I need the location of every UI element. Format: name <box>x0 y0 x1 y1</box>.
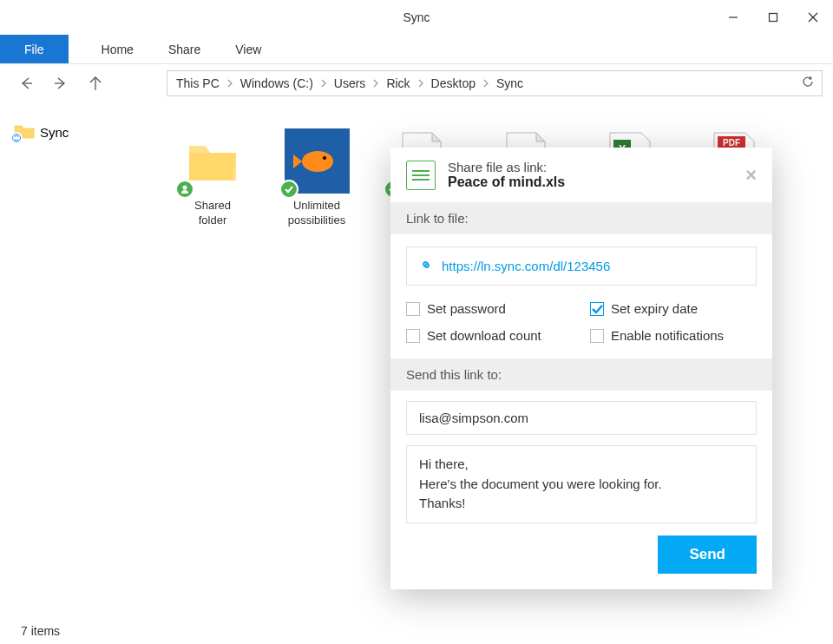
file-item[interactable]: Unlimitedpossibilities <box>278 128 356 228</box>
dialog-close-button[interactable]: × <box>745 164 757 187</box>
link-icon <box>419 258 433 274</box>
email-field[interactable]: lisa@simpson.com <box>406 401 757 435</box>
checkbox-set-expiry[interactable]: Set expiry date <box>590 301 757 316</box>
chevron-right-icon <box>226 76 233 90</box>
checkbox-set-password[interactable]: Set password <box>406 301 573 316</box>
maximize-button[interactable] <box>753 0 793 35</box>
close-button[interactable] <box>793 0 833 35</box>
forward-button[interactable] <box>45 68 76 99</box>
menu-home[interactable]: Home <box>84 35 151 63</box>
spreadsheet-icon <box>406 161 436 190</box>
file-item[interactable]: Sharedfolder <box>174 128 252 228</box>
share-dialog: Share file as link: Peace of mind.xls × … <box>390 148 772 589</box>
breadcrumb-item[interactable]: Users <box>334 76 366 90</box>
checkbox-notifications[interactable]: Enable notifications <box>590 328 757 343</box>
breadcrumb-item[interactable]: Windows (C:) <box>240 76 313 90</box>
menu-view[interactable]: View <box>218 35 279 63</box>
menu-file[interactable]: File <box>0 35 69 63</box>
svg-rect-1 <box>770 14 777 22</box>
dialog-options: Set password Set expiry date Set downloa… <box>390 298 772 358</box>
svg-text:PDF: PDF <box>723 138 740 148</box>
dialog-filename: Peace of mind.xls <box>448 174 733 190</box>
check-badge-icon <box>279 180 298 199</box>
chevron-right-icon <box>372 76 379 90</box>
breadcrumb-item[interactable]: Sync <box>496 76 523 90</box>
chevron-right-icon <box>417 76 424 90</box>
chevron-right-icon <box>482 76 489 90</box>
link-box[interactable]: https://ln.sync.com/dl/123456 <box>406 246 757 286</box>
chevron-right-icon <box>320 76 327 90</box>
share-link[interactable]: https://ln.sync.com/dl/123456 <box>442 259 610 273</box>
sync-badge-icon <box>10 132 23 144</box>
window-controls <box>713 0 833 35</box>
titlebar: Sync <box>0 0 833 35</box>
dialog-section-send: Send this link to: <box>390 358 772 391</box>
dialog-section-link: Link to file: <box>390 202 772 234</box>
svg-point-11 <box>323 156 326 160</box>
breadcrumb-item[interactable]: Rick <box>386 76 410 90</box>
back-button[interactable] <box>10 68 42 99</box>
menubar: File Home Share View <box>0 35 833 64</box>
sidebar-item-sync[interactable]: Sync <box>9 120 156 144</box>
address-bar[interactable]: This PCWindows (C:)UsersRickDesktopSync <box>167 70 823 96</box>
up-button[interactable] <box>80 68 111 99</box>
window-title: Sync <box>403 10 430 24</box>
breadcrumb-item[interactable]: This PC <box>176 76 220 90</box>
checkbox-download-count[interactable]: Set download count <box>406 328 573 343</box>
file-thumbnail <box>180 128 246 194</box>
message-field[interactable]: Hi there,Here's the document you were lo… <box>406 445 757 523</box>
dialog-title: Share file as link: <box>448 160 733 174</box>
sidebar-item-label: Sync <box>40 125 69 140</box>
breadcrumb-item[interactable]: Desktop <box>431 76 476 90</box>
toolbar: This PCWindows (C:)UsersRickDesktopSync <box>0 64 833 102</box>
folder-icon <box>14 123 35 141</box>
file-label: Sharedfolder <box>194 199 231 228</box>
menu-share[interactable]: Share <box>151 35 218 63</box>
svg-point-10 <box>302 151 333 172</box>
file-label: Unlimitedpossibilities <box>288 199 345 228</box>
refresh-icon[interactable] <box>801 75 815 92</box>
statusbar: 7 items <box>0 618 833 644</box>
minimize-button[interactable] <box>713 0 753 35</box>
send-button[interactable]: Send <box>658 536 757 574</box>
person-badge-icon <box>175 180 194 199</box>
svg-point-8 <box>182 186 187 190</box>
status-item-count: 7 items <box>21 624 60 638</box>
file-thumbnail <box>285 128 350 194</box>
dialog-header: Share file as link: Peace of mind.xls × <box>390 148 772 202</box>
sidebar: Sync <box>0 102 165 618</box>
